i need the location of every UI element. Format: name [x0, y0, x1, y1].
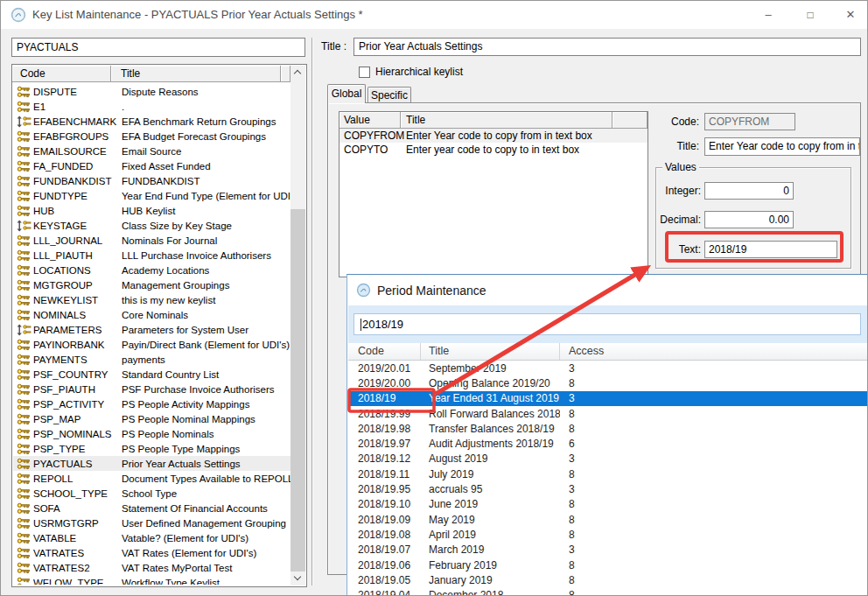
- close-button[interactable]: ✕: [837, 1, 864, 29]
- keylist-row[interactable]: FUNDBANKDISTFUNDBANKDIST: [13, 173, 290, 188]
- scroll-up-button[interactable]: [290, 66, 305, 80]
- value-row[interactable]: COPYFROMEnter Year code to copy from in …: [340, 129, 648, 143]
- detail-title-field[interactable]: Enter Year code to copy from in te: [704, 137, 860, 156]
- keylist-item-title: Document Types Available to REPOLL: [119, 473, 290, 484]
- period-row[interactable]: 2018/19.99Roll Forward Balances 2018/198: [348, 406, 868, 421]
- keylist-row[interactable]: PAYMENTSpayments: [13, 352, 290, 367]
- period-row[interactable]: 2018/19.12August 20193: [348, 452, 868, 466]
- period-row[interactable]: 2018/19.98Transfer Balances 2018/198: [348, 421, 868, 436]
- keylist-header-title[interactable]: Title: [111, 66, 281, 82]
- keylist-row[interactable]: NOMINALSCore Nominals: [13, 307, 290, 322]
- keylist-row[interactable]: PARAMETERSParameters for System User: [13, 322, 290, 337]
- period-row-code: 2018/19.05: [348, 574, 421, 586]
- keylist-row[interactable]: USRMGTGRPUser Defined Management Groupin…: [13, 515, 290, 530]
- period-row[interactable]: 2018/19.11July 20198: [348, 466, 868, 481]
- keylist-row[interactable]: REPOLLDocument Types Available to REPOLL: [13, 471, 290, 486]
- keylist-row[interactable]: PAYINORBANKPayin/Direct Bank (Element fo…: [13, 337, 290, 352]
- keylist-row[interactable]: PYACTUALSPrior Year Actuals Settings: [13, 456, 290, 471]
- period-row-title: February 2019: [421, 559, 560, 571]
- period-header-access[interactable]: Access: [560, 343, 868, 360]
- keylist-row[interactable]: FA_FUNDEDFixed Asset Funded: [13, 158, 290, 173]
- panel-splitter[interactable]: [312, 38, 312, 585]
- keylist-row[interactable]: PSP_MAPPS People Nominal Mappings: [13, 411, 290, 426]
- value-column-header[interactable]: Value: [340, 112, 401, 129]
- keylist-item-code: FUNDBANKDIST: [32, 176, 119, 186]
- keylist-row[interactable]: VATABLEVatable? (Element for UDI's): [13, 530, 290, 545]
- keylist-row[interactable]: PSP_NOMINALSPS People Nominals: [13, 426, 290, 441]
- keylist-row[interactable]: SOFAStatement Of Financial Accounts: [13, 501, 290, 515]
- period-header-title[interactable]: Title: [421, 343, 560, 360]
- scrollbar-thumb[interactable]: [290, 209, 305, 578]
- keylist-item-title: PS People Nominals: [119, 429, 290, 439]
- value-row[interactable]: COPYTOEnter year code to copy to in text…: [340, 143, 648, 157]
- keylist-row[interactable]: PSP_ACTIVITYPS People Activity Mappings: [13, 396, 290, 411]
- keylist-row[interactable]: LLL_JOURNALNominals For Journal: [13, 233, 290, 248]
- decimal-field[interactable]: 0.00: [704, 211, 794, 228]
- title-column-header[interactable]: Title: [401, 112, 612, 129]
- keylist-row[interactable]: PSP_TYPEPS People Type Mappings: [13, 441, 290, 456]
- keylist-row[interactable]: E1.: [13, 99, 290, 114]
- hierarchical-checkbox[interactable]: [359, 67, 370, 78]
- keylist-row[interactable]: DISPUTEDispute Reasons: [13, 84, 290, 99]
- period-row[interactable]: 2018/19.05January 20198: [348, 572, 868, 587]
- period-row[interactable]: 2018/19.04December 20188: [348, 587, 868, 596]
- keylist-row[interactable]: PSF_COUNTRYStandard Country List: [13, 367, 290, 382]
- double-keys-icon: [13, 205, 32, 217]
- keylist-row[interactable]: FUNDTYPEYear End Fund Type (Element for …: [13, 188, 290, 203]
- period-row[interactable]: 2018/19.09May 20198: [348, 512, 868, 527]
- keylist-row[interactable]: VATRATES2VAT Rates MyPortal Test: [13, 560, 290, 575]
- period-table-rows: 2019/20.01September 201932019/20.00Openi…: [348, 361, 868, 596]
- keylist-row[interactable]: EFABFGROUPSEFA Budget Forecast Groupings: [13, 129, 290, 144]
- code-label: Code:: [648, 113, 699, 130]
- period-row[interactable]: 2018/19.95accruals 953: [348, 481, 868, 496]
- maximize-button[interactable]: □: [797, 1, 823, 29]
- double-keys-icon: [13, 368, 32, 381]
- keylist-item-title: PS People Activity Mappings: [119, 399, 290, 410]
- period-row[interactable]: 2018/19.07March 20193: [348, 543, 868, 557]
- keylist-row[interactable]: LLL_PIAUTHLLL Purchase Invoice Authorise…: [13, 248, 290, 263]
- keylist-row[interactable]: PSF_PIAUTHPSF Purchase Invoice Authorise…: [13, 382, 290, 396]
- keylist-row[interactable]: MGTGROUPManagement Groupings: [13, 277, 290, 292]
- keylist-scrollbar[interactable]: [290, 66, 305, 585]
- period-row-code: 2019/20.01: [348, 362, 421, 375]
- period-row[interactable]: 2019/20.00Opening Balance 2019/208: [348, 375, 868, 390]
- double-keys-icon: [13, 443, 32, 455]
- tab-specific[interactable]: Specific: [368, 87, 411, 103]
- keylist-row[interactable]: NEWKEYLISTthis is my new keylist: [13, 292, 290, 307]
- title-field-input[interactable]: Prior Year Actuals Settings: [354, 38, 861, 56]
- keylist-row[interactable]: EMAILSOURCEEmail Source: [13, 144, 290, 158]
- minimize-button[interactable]: –: [755, 1, 781, 29]
- keylist-search-input[interactable]: PYACTUALS: [11, 38, 305, 57]
- keylist-row[interactable]: VATRATESVAT Rates (Element for UDI's): [13, 545, 290, 560]
- keylist-item-title: HUB Keylist: [119, 206, 290, 216]
- double-keys-icon: [13, 413, 32, 425]
- keylist-row[interactable]: WFLOW_TYPEWorkflow Type Keylist: [13, 575, 290, 585]
- keylist-item-title: Workflow Type Keylist: [119, 578, 290, 585]
- keylist-row[interactable]: LOCATIONSAcademy Locations: [13, 263, 290, 277]
- integer-field[interactable]: 0: [704, 182, 794, 200]
- keylist-item-title: Email Source: [119, 146, 290, 157]
- keylist-row[interactable]: EFABENCHMARKEFA Benchmark Return Groupin…: [13, 114, 290, 129]
- double-keys-icon: [13, 130, 32, 143]
- period-row[interactable]: 2018/19.08April 20198: [348, 527, 868, 542]
- period-row-access: 8: [560, 408, 868, 420]
- keylist-item-code: PSP_NOMINALS: [32, 429, 119, 439]
- keylist-header-code[interactable]: Code: [12, 66, 111, 82]
- keylist-row[interactable]: HUBHUB Keylist: [13, 203, 290, 218]
- period-header-code[interactable]: Code: [348, 343, 421, 360]
- period-row[interactable]: 2019/20.01September 20193: [348, 361, 868, 375]
- period-row-code: 2018/19: [348, 392, 421, 404]
- keylist-row[interactable]: SCHOOL_TYPESchool Type: [13, 486, 290, 501]
- period-row[interactable]: 2018/19.06February 20198: [348, 557, 868, 572]
- keylist-row[interactable]: KEYSTAGEClass Size by Key Stage: [13, 218, 290, 233]
- text-field[interactable]: 2018/19: [704, 241, 837, 258]
- period-row[interactable]: 2018/19Year Ended 31 August 20193: [348, 391, 868, 406]
- period-row[interactable]: 2018/19.97Audit Adjustments 2018/196: [348, 436, 868, 451]
- tab-global[interactable]: Global: [327, 84, 366, 103]
- period-search-input[interactable]: 2018/19: [354, 313, 861, 335]
- scroll-down-button[interactable]: [290, 571, 305, 585]
- period-row[interactable]: 2018/19.10June 20198: [348, 497, 868, 512]
- value-table-header: Value Title: [340, 112, 648, 129]
- period-row-title: September 2019: [421, 362, 560, 375]
- keylist-item-code: PSP_TYPE: [32, 444, 119, 454]
